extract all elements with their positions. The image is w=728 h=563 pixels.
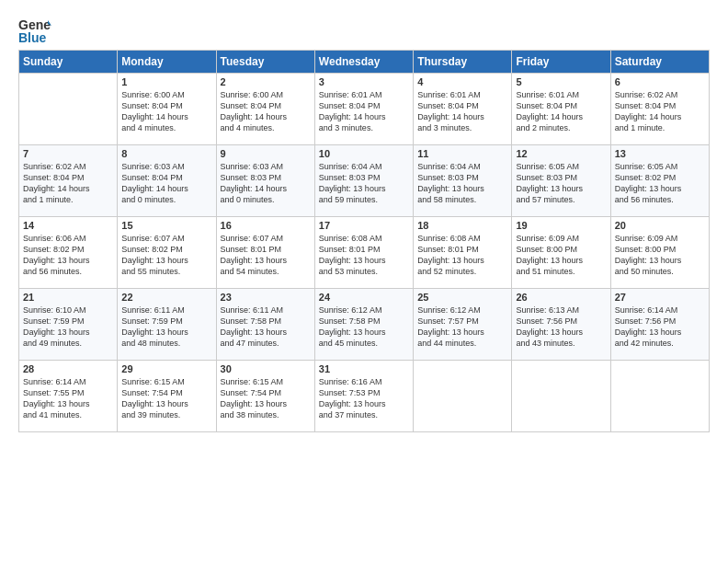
logo-icon: General Blue — [18, 15, 51, 44]
calendar-cell: 16Sunrise: 6:07 AM Sunset: 8:01 PM Dayli… — [216, 217, 314, 289]
day-number: 5 — [516, 76, 606, 87]
day-info: Sunrise: 6:00 AM Sunset: 8:04 PM Dayligh… — [221, 89, 311, 134]
day-number: 9 — [221, 148, 311, 159]
calendar-cell — [610, 361, 709, 432]
day-number: 28 — [23, 363, 113, 374]
calendar-cell: 2Sunrise: 6:00 AM Sunset: 8:04 PM Daylig… — [216, 74, 314, 145]
day-number: 6 — [615, 76, 705, 87]
day-header-saturday: Saturday — [610, 51, 709, 74]
day-number: 10 — [319, 148, 409, 159]
main-container: General Blue SundayMondayTuesdayWednesda… — [0, 0, 728, 442]
calendar-cell: 29Sunrise: 6:15 AM Sunset: 7:54 PM Dayli… — [118, 361, 216, 432]
calendar-cell: 8Sunrise: 6:03 AM Sunset: 8:04 PM Daylig… — [118, 145, 216, 217]
day-number: 18 — [417, 220, 507, 231]
day-number: 7 — [23, 148, 113, 159]
day-number: 17 — [319, 220, 409, 231]
day-info: Sunrise: 6:07 AM Sunset: 8:02 PM Dayligh… — [121, 233, 211, 278]
calendar-cell: 6Sunrise: 6:02 AM Sunset: 8:04 PM Daylig… — [610, 74, 709, 145]
calendar-cell: 14Sunrise: 6:06 AM Sunset: 8:02 PM Dayli… — [19, 217, 118, 289]
day-number: 21 — [23, 292, 113, 303]
day-info: Sunrise: 6:14 AM Sunset: 7:56 PM Dayligh… — [615, 304, 705, 350]
day-info: Sunrise: 6:11 AM Sunset: 7:59 PM Dayligh… — [121, 304, 211, 350]
day-number: 24 — [319, 292, 409, 303]
day-header-wednesday: Wednesday — [314, 51, 413, 74]
calendar-cell: 24Sunrise: 6:12 AM Sunset: 7:58 PM Dayli… — [314, 289, 413, 361]
day-info: Sunrise: 6:13 AM Sunset: 7:56 PM Dayligh… — [516, 304, 606, 350]
day-number: 3 — [319, 76, 409, 87]
calendar-cell — [512, 361, 610, 432]
day-header-sunday: Sunday — [19, 51, 118, 74]
calendar-cell: 19Sunrise: 6:09 AM Sunset: 8:00 PM Dayli… — [512, 217, 610, 289]
calendar-cell: 21Sunrise: 6:10 AM Sunset: 7:59 PM Dayli… — [19, 289, 118, 361]
header: General Blue — [18, 15, 710, 44]
day-number: 31 — [319, 363, 409, 374]
day-number: 8 — [121, 148, 211, 159]
day-info: Sunrise: 6:01 AM Sunset: 8:04 PM Dayligh… — [516, 89, 606, 134]
day-number: 13 — [615, 148, 705, 159]
calendar-cell: 20Sunrise: 6:09 AM Sunset: 8:00 PM Dayli… — [610, 217, 709, 289]
day-number: 20 — [615, 220, 705, 231]
calendar-cell: 3Sunrise: 6:01 AM Sunset: 8:04 PM Daylig… — [314, 74, 413, 145]
day-number: 12 — [516, 148, 606, 159]
day-number: 14 — [23, 220, 113, 231]
day-info: Sunrise: 6:14 AM Sunset: 7:55 PM Dayligh… — [23, 376, 113, 421]
day-info: Sunrise: 6:09 AM Sunset: 8:00 PM Dayligh… — [615, 233, 705, 278]
svg-text:Blue: Blue — [18, 30, 47, 44]
day-info: Sunrise: 6:07 AM Sunset: 8:01 PM Dayligh… — [221, 233, 311, 278]
calendar-table: SundayMondayTuesdayWednesdayThursdayFrid… — [18, 50, 710, 432]
day-info: Sunrise: 6:02 AM Sunset: 8:04 PM Dayligh… — [615, 89, 705, 134]
day-info: Sunrise: 6:08 AM Sunset: 8:01 PM Dayligh… — [319, 233, 409, 278]
day-info: Sunrise: 6:04 AM Sunset: 8:03 PM Dayligh… — [417, 161, 507, 206]
calendar-cell: 17Sunrise: 6:08 AM Sunset: 8:01 PM Dayli… — [314, 217, 413, 289]
calendar-cell: 4Sunrise: 6:01 AM Sunset: 8:04 PM Daylig… — [414, 74, 512, 145]
day-info: Sunrise: 6:12 AM Sunset: 7:57 PM Dayligh… — [417, 304, 507, 350]
day-number: 2 — [221, 76, 311, 87]
day-number: 4 — [417, 76, 507, 87]
calendar-cell: 26Sunrise: 6:13 AM Sunset: 7:56 PM Dayli… — [512, 289, 610, 361]
calendar-cell: 5Sunrise: 6:01 AM Sunset: 8:04 PM Daylig… — [512, 74, 610, 145]
calendar-cell: 11Sunrise: 6:04 AM Sunset: 8:03 PM Dayli… — [414, 145, 512, 217]
calendar-cell: 31Sunrise: 6:16 AM Sunset: 7:53 PM Dayli… — [314, 361, 413, 432]
day-number: 29 — [121, 363, 211, 374]
day-header-friday: Friday — [512, 51, 610, 74]
day-header-monday: Monday — [118, 51, 216, 74]
day-info: Sunrise: 6:09 AM Sunset: 8:00 PM Dayligh… — [516, 233, 606, 278]
calendar-week-row: 7Sunrise: 6:02 AM Sunset: 8:04 PM Daylig… — [19, 145, 710, 217]
calendar-week-row: 1Sunrise: 6:00 AM Sunset: 8:04 PM Daylig… — [19, 74, 710, 145]
calendar-cell: 25Sunrise: 6:12 AM Sunset: 7:57 PM Dayli… — [414, 289, 512, 361]
calendar-cell: 18Sunrise: 6:08 AM Sunset: 8:01 PM Dayli… — [414, 217, 512, 289]
day-number: 11 — [417, 148, 507, 159]
day-info: Sunrise: 6:08 AM Sunset: 8:01 PM Dayligh… — [417, 233, 507, 278]
calendar-cell: 23Sunrise: 6:11 AM Sunset: 7:58 PM Dayli… — [216, 289, 314, 361]
calendar-cell: 9Sunrise: 6:03 AM Sunset: 8:03 PM Daylig… — [216, 145, 314, 217]
day-info: Sunrise: 6:15 AM Sunset: 7:54 PM Dayligh… — [221, 376, 311, 421]
day-info: Sunrise: 6:11 AM Sunset: 7:58 PM Dayligh… — [221, 304, 311, 350]
calendar-cell — [414, 361, 512, 432]
calendar-header-row: SundayMondayTuesdayWednesdayThursdayFrid… — [19, 51, 710, 74]
calendar-cell: 30Sunrise: 6:15 AM Sunset: 7:54 PM Dayli… — [216, 361, 314, 432]
day-number: 26 — [516, 292, 606, 303]
day-info: Sunrise: 6:01 AM Sunset: 8:04 PM Dayligh… — [417, 89, 507, 134]
calendar-cell: 12Sunrise: 6:05 AM Sunset: 8:03 PM Dayli… — [512, 145, 610, 217]
day-number: 30 — [221, 363, 311, 374]
day-number: 27 — [615, 292, 705, 303]
day-header-thursday: Thursday — [414, 51, 512, 74]
calendar-cell: 13Sunrise: 6:05 AM Sunset: 8:02 PM Dayli… — [610, 145, 709, 217]
day-info: Sunrise: 6:10 AM Sunset: 7:59 PM Dayligh… — [23, 304, 113, 350]
day-info: Sunrise: 6:03 AM Sunset: 8:03 PM Dayligh… — [221, 161, 311, 206]
calendar-cell: 22Sunrise: 6:11 AM Sunset: 7:59 PM Dayli… — [118, 289, 216, 361]
day-info: Sunrise: 6:06 AM Sunset: 8:02 PM Dayligh… — [23, 233, 113, 278]
day-info: Sunrise: 6:04 AM Sunset: 8:03 PM Dayligh… — [319, 161, 409, 206]
calendar-week-row: 28Sunrise: 6:14 AM Sunset: 7:55 PM Dayli… — [19, 361, 710, 432]
day-info: Sunrise: 6:01 AM Sunset: 8:04 PM Dayligh… — [319, 89, 409, 134]
day-number: 1 — [121, 76, 211, 87]
day-info: Sunrise: 6:00 AM Sunset: 8:04 PM Dayligh… — [121, 89, 211, 134]
calendar-week-row: 21Sunrise: 6:10 AM Sunset: 7:59 PM Dayli… — [19, 289, 710, 361]
calendar-cell: 27Sunrise: 6:14 AM Sunset: 7:56 PM Dayli… — [610, 289, 709, 361]
day-number: 15 — [121, 220, 211, 231]
day-info: Sunrise: 6:12 AM Sunset: 7:58 PM Dayligh… — [319, 304, 409, 350]
day-number: 22 — [121, 292, 211, 303]
calendar-cell: 10Sunrise: 6:04 AM Sunset: 8:03 PM Dayli… — [314, 145, 413, 217]
day-number: 25 — [417, 292, 507, 303]
calendar-cell: 1Sunrise: 6:00 AM Sunset: 8:04 PM Daylig… — [118, 74, 216, 145]
